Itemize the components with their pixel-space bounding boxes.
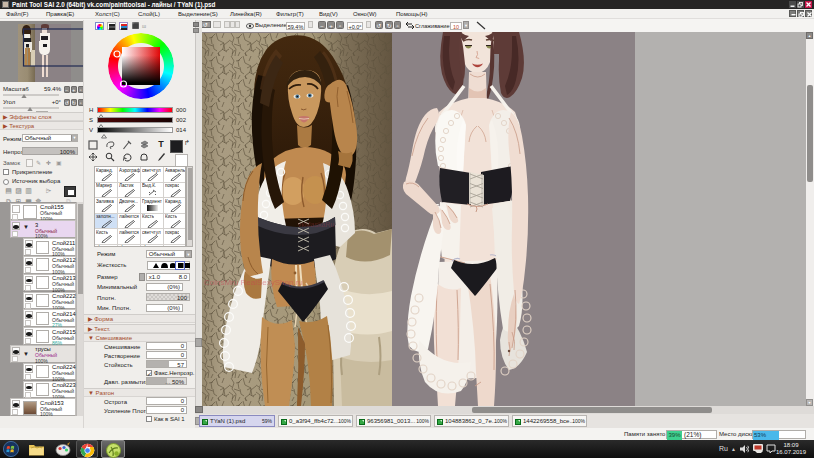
svg-text:ColnsMru RealSexyShop.ru: ColnsMru RealSexyShop.ru (204, 278, 303, 287)
svg-text:vkMaskaRu: vkMaskaRu (298, 221, 335, 228)
